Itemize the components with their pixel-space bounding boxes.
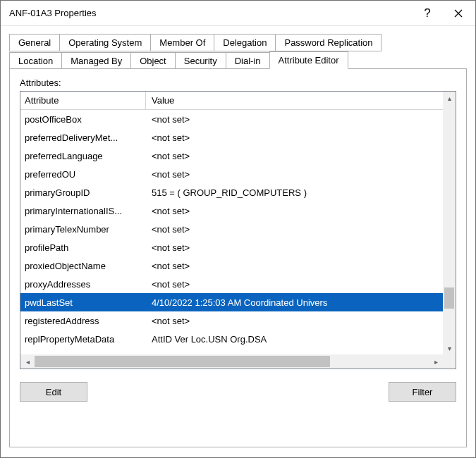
tab-dial-in[interactable]: Dial-in — [226, 52, 270, 69]
attribute-value: <not set> — [146, 224, 456, 235]
tab-object[interactable]: Object — [130, 52, 176, 69]
table-row[interactable]: replPropertyMetaData AttID Ver Loc.USN O… — [20, 330, 456, 348]
filter-button[interactable]: Filter — [389, 382, 456, 402]
column-header-attribute[interactable]: Attribute — [20, 92, 146, 109]
attribute-name: proxiedObjectName — [20, 261, 146, 271]
properties-dialog: ANF-01A3 Properties ? General Operating … — [0, 0, 476, 458]
edit-button[interactable]: Edit — [20, 382, 87, 402]
table-row[interactable]: primaryGroupID515 = ( GROUP_RID_COMPUTER… — [20, 183, 456, 202]
table-row[interactable]: proxyAddresses<not set> — [20, 275, 456, 293]
horizontal-scrollbar[interactable]: ◂ ▸ — [20, 354, 443, 369]
tab-attribute-editor[interactable]: Attribute Editor — [269, 51, 348, 69]
hscroll-track[interactable] — [35, 354, 429, 369]
table-row[interactable]: preferredDeliveryMet...<not set> — [20, 128, 456, 147]
tab-security[interactable]: Security — [175, 52, 226, 69]
attribute-value: <not set> — [146, 114, 456, 125]
close-button[interactable] — [443, 3, 474, 24]
scroll-right-icon[interactable]: ▸ — [429, 354, 443, 369]
table-row[interactable]: postOfficeBox<not set> — [20, 110, 456, 128]
attribute-value: <not set> — [146, 206, 456, 216]
tab-strip: General Operating System Member Of Deleg… — [9, 33, 467, 69]
table-row[interactable]: preferredOU<not set> — [20, 165, 456, 183]
table-row[interactable]: preferredLanguage<not set> — [20, 147, 456, 165]
vertical-scrollbar[interactable]: ▴ ▾ — [443, 92, 456, 354]
table-row[interactable]: proxiedObjectName<not set> — [20, 256, 456, 275]
tab-general[interactable]: General — [9, 34, 60, 51]
attribute-name: postOfficeBox — [20, 114, 146, 125]
tab-operating-system[interactable]: Operating System — [59, 34, 151, 51]
tab-managed-by[interactable]: Managed By — [61, 52, 131, 69]
table-row[interactable]: primaryTelexNumber<not set> — [20, 220, 456, 238]
close-icon — [454, 9, 463, 18]
attribute-value: <not set> — [146, 151, 456, 161]
attribute-value: <not set> — [146, 279, 456, 290]
scroll-left-icon[interactable]: ◂ — [20, 354, 35, 369]
scroll-down-icon[interactable]: ▾ — [443, 342, 456, 354]
scroll-corner — [443, 354, 456, 369]
attribute-name: pwdLastSet — [20, 297, 146, 308]
tab-row-1: General Operating System Member Of Deleg… — [9, 33, 467, 51]
vscroll-thumb[interactable] — [444, 287, 454, 309]
attribute-value: <not set> — [146, 316, 456, 326]
attribute-value: AttID Ver Loc.USN Org.DSA — [146, 334, 456, 345]
attribute-name: primaryTelexNumber — [20, 224, 146, 235]
attribute-value: <not set> — [146, 132, 456, 143]
hscroll-thumb[interactable] — [35, 356, 330, 367]
attribute-name: replPropertyMetaData — [20, 334, 146, 345]
attribute-name: primaryInternationalIS... — [20, 206, 146, 216]
table-row[interactable]: primaryInternationalIS...<not set> — [20, 202, 456, 220]
help-button[interactable]: ? — [412, 3, 443, 24]
attribute-name: preferredLanguage — [20, 151, 146, 161]
tab-location[interactable]: Location — [9, 52, 62, 69]
table-row[interactable]: registeredAddress<not set> — [20, 311, 456, 330]
attribute-value: <not set> — [146, 242, 456, 253]
table-row[interactable]: pwdLastSet4/10/2022 1:25:03 AM Coordinat… — [20, 293, 456, 311]
tab-member-of[interactable]: Member Of — [150, 34, 214, 51]
button-row: Edit Filter — [20, 382, 456, 402]
attribute-name: preferredDeliveryMet... — [20, 132, 146, 143]
scroll-up-icon[interactable]: ▴ — [443, 92, 456, 104]
attribute-name: proxyAddresses — [20, 279, 146, 290]
attribute-name: profilePath — [20, 242, 146, 253]
table-row[interactable]: profilePath<not set> — [20, 238, 456, 256]
window-title: ANF-01A3 Properties — [9, 8, 412, 18]
attribute-value: <not set> — [146, 261, 456, 271]
tab-password-replication[interactable]: Password Replication — [275, 34, 382, 51]
vscroll-track[interactable] — [443, 104, 456, 342]
attribute-value: 4/10/2022 1:25:03 AM Coordinated Univers — [146, 297, 456, 308]
attribute-name: registeredAddress — [20, 316, 146, 326]
attribute-editor-page: Attributes: Attribute Value postOfficeBo… — [9, 68, 467, 447]
titlebar: ANF-01A3 Properties ? — [1, 1, 475, 26]
tab-delegation[interactable]: Delegation — [214, 34, 276, 51]
attribute-name: preferredOU — [20, 169, 146, 180]
attribute-value: <not set> — [146, 169, 456, 180]
attribute-name: primaryGroupID — [20, 187, 146, 198]
list-body: postOfficeBox<not set>preferredDeliveryM… — [20, 110, 456, 369]
attribute-value: 515 = ( GROUP_RID_COMPUTERS ) — [146, 187, 456, 198]
column-header-value[interactable]: Value — [146, 92, 443, 109]
tab-row-2: Location Managed By Object Security Dial… — [9, 51, 467, 69]
list-header: Attribute Value — [20, 92, 456, 110]
attribute-listview[interactable]: Attribute Value postOfficeBox<not set>pr… — [20, 91, 456, 369]
attributes-label: Attributes: — [20, 78, 456, 88]
content-area: General Operating System Member Of Deleg… — [1, 26, 475, 457]
